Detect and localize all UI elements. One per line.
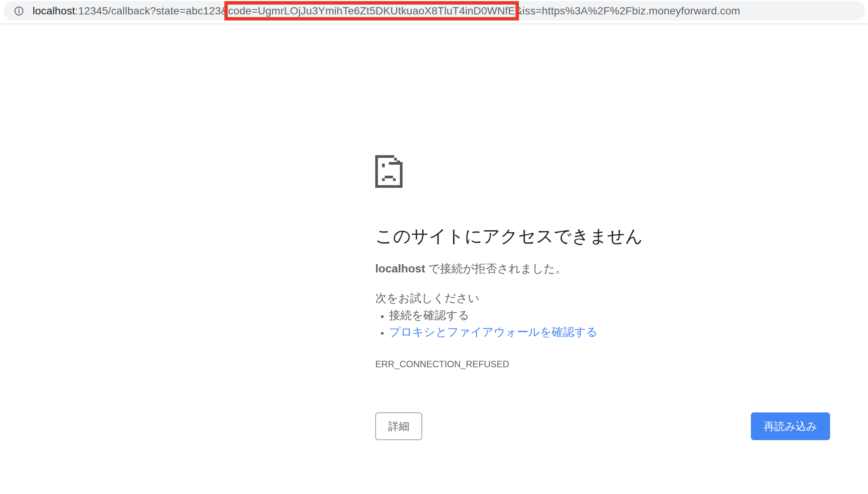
url-text: localhost:12345/callback?state=abc123&co… [33, 5, 740, 17]
error-message: localhost で接続が拒否されました。 [375, 261, 830, 277]
address-bar[interactable]: localhost:12345/callback?state=abc123&co… [4, 1, 865, 20]
page-title: このサイトにアクセスできません [375, 224, 830, 248]
proxy-firewall-link[interactable]: プロキシとファイアウォールを確認する [389, 326, 598, 338]
error-page-content: このサイトにアクセスできません localhost で接続が拒否されました。 次… [375, 155, 830, 440]
suggestions-list: 接続を確認する プロキシとファイアウォールを確認する [375, 307, 830, 340]
url-path: :12345/callback?state=abc123& [75, 5, 228, 17]
suggestion-item: 接続を確認する [389, 307, 830, 324]
suggestion-item: プロキシとファイアウォールを確認する [389, 324, 830, 340]
suggestions-heading: 次をお試しください [375, 290, 830, 306]
button-row: 詳細 再読み込み [375, 412, 830, 440]
url-code-param-highlight: code=UgmrLOjJu3YmihTe6Zt5DKUtkuaoX8TluT4… [228, 5, 515, 17]
url-iss-param: &iss=https%3A%2F%2Fbiz.moneyforward.com [515, 5, 740, 17]
error-code: ERR_CONNECTION_REFUSED [375, 358, 830, 371]
error-message-rest: で接続が拒否されました。 [425, 262, 567, 275]
suggestion-label: 接続を確認する [389, 309, 469, 321]
url-host: localhost [33, 5, 75, 17]
sad-file-icon [375, 155, 403, 188]
error-message-host: localhost [375, 262, 425, 275]
info-circle-icon[interactable] [14, 6, 24, 16]
details-button[interactable]: 詳細 [375, 412, 422, 440]
browser-toolbar: localhost:12345/callback?state=abc123&co… [0, 0, 868, 24]
reload-button[interactable]: 再読み込み [751, 412, 830, 440]
